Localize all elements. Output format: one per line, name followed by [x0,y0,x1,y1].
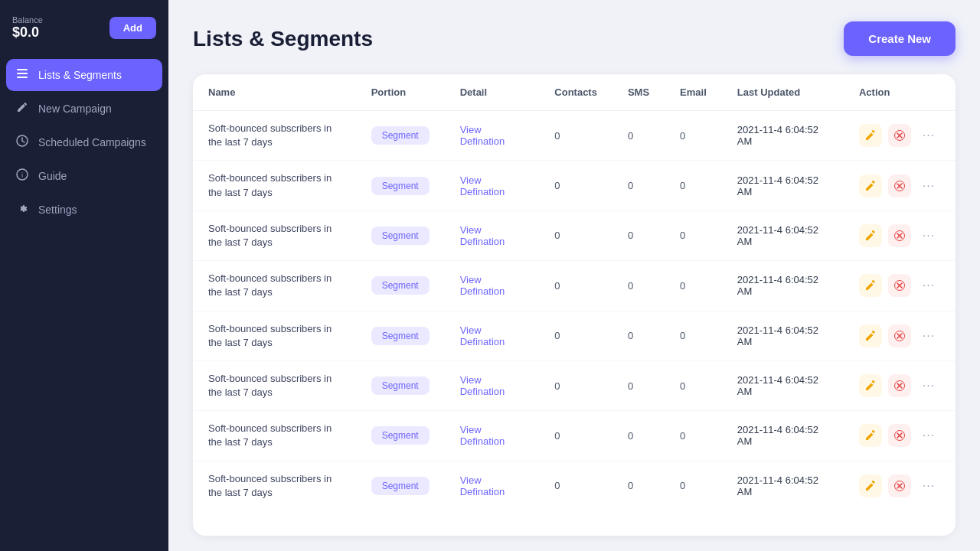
table-row: Soft-bounced subscribers in the last 7 d… [193,111,956,161]
action-cell: ··· [859,174,940,197]
row-name: Soft-bounced subscribers in the last 7 d… [208,472,341,500]
edit-button[interactable] [859,324,882,347]
segment-badge: Segment [371,276,430,295]
view-definition-link[interactable]: View Defination [460,174,505,197]
scheduled-campaigns-icon [15,135,29,150]
row-name: Soft-bounced subscribers in the last 7 d… [208,122,341,149]
action-cell: ··· [859,474,940,497]
contacts-cell: 0 [539,360,612,410]
segment-badge: Segment [371,177,430,195]
email-cell: 0 [665,261,722,311]
sidebar-item-scheduled-campaigns[interactable]: Scheduled Campaigns [6,126,162,158]
col-header-detail: Detail [445,74,540,111]
sidebar-item-settings[interactable]: Settings [6,194,162,226]
action-cell: ··· [859,274,940,297]
more-button[interactable]: ··· [917,124,940,147]
svg-rect-2 [17,77,28,78]
view-definition-link[interactable]: View Defination [460,474,505,497]
col-header-last-updated: Last Updated [722,74,844,111]
contacts-cell: 0 [539,210,612,260]
email-cell: 0 [665,461,722,510]
edit-button[interactable] [859,374,882,397]
edit-button[interactable] [859,474,882,497]
contacts-cell: 0 [539,161,612,210]
contacts-cell: 0 [539,261,612,311]
view-definition-link[interactable]: View Defination [460,124,505,147]
row-name: Soft-bounced subscribers in the last 7 d… [208,422,341,449]
last-updated-cell: 2021-11-4 6:04:52 AM [722,161,844,210]
lists-segments-icon [15,67,29,83]
segment-badge: Segment [371,327,430,345]
sms-cell: 0 [612,311,665,360]
balance-section: Balance $0.0 Add [0,15,168,53]
action-cell: ··· [859,374,940,397]
table-row: Soft-bounced subscribers in the last 7 d… [193,210,956,260]
sidebar-item-label: Settings [38,204,77,216]
view-definition-link[interactable]: View Defination [460,274,505,297]
sms-cell: 0 [612,461,665,510]
edit-button[interactable] [859,224,882,247]
table-row: Soft-bounced subscribers in the last 7 d… [193,360,956,410]
col-header-email: Email [665,74,722,111]
svg-rect-0 [17,69,28,70]
more-button[interactable]: ··· [917,224,940,247]
email-cell: 0 [665,411,722,461]
delete-button[interactable] [888,224,911,247]
col-header-action: Action [844,74,956,111]
table-row: Soft-bounced subscribers in the last 7 d… [193,311,956,360]
segment-badge: Segment [371,227,430,245]
sidebar-nav: Lists & Segments New Campaign Scheduled … [0,53,168,232]
sidebar-item-label: Lists & Segments [38,69,122,81]
view-definition-link[interactable]: View Defination [460,374,505,397]
view-definition-link[interactable]: View Defination [460,324,505,347]
row-name: Soft-bounced subscribers in the last 7 d… [208,322,341,350]
email-cell: 0 [665,360,722,410]
contacts-cell: 0 [539,311,612,360]
action-cell: ··· [859,124,940,147]
more-button[interactable]: ··· [917,274,940,297]
more-button[interactable]: ··· [917,474,940,497]
edit-button[interactable] [859,124,882,147]
view-definition-link[interactable]: View Defination [460,224,505,247]
new-campaign-icon [15,101,29,116]
view-definition-link[interactable]: View Defination [460,424,505,447]
delete-button[interactable] [888,424,911,447]
contacts-cell: 0 [539,461,612,510]
email-cell: 0 [665,210,722,260]
edit-button[interactable] [859,174,882,197]
segment-badge: Segment [371,126,430,145]
delete-button[interactable] [888,124,911,147]
main-header: Lists & Segments Create New [193,21,956,56]
more-button[interactable]: ··· [917,424,940,447]
more-button[interactable]: ··· [917,174,940,197]
delete-button[interactable] [888,274,911,297]
last-updated-cell: 2021-11-4 6:04:52 AM [722,261,844,311]
action-cell: ··· [859,224,940,247]
delete-button[interactable] [888,174,911,197]
sms-cell: 0 [612,111,665,161]
add-button[interactable]: Add [109,17,156,39]
edit-button[interactable] [859,424,882,447]
email-cell: 0 [665,161,722,210]
action-cell: ··· [859,424,940,447]
sidebar-item-lists-segments[interactable]: Lists & Segments [6,59,162,91]
balance-info: Balance $0.0 [12,15,43,41]
page-title: Lists & Segments [193,27,373,51]
sidebar-item-label: New Campaign [38,103,112,115]
sms-cell: 0 [612,161,665,210]
segment-badge: Segment [371,426,430,445]
col-header-contacts: Contacts [539,74,612,111]
more-button[interactable]: ··· [917,324,940,347]
sidebar-item-guide[interactable]: i Guide [6,160,162,192]
table-row: Soft-bounced subscribers in the last 7 d… [193,461,956,510]
edit-button[interactable] [859,274,882,297]
delete-button[interactable] [888,374,911,397]
delete-button[interactable] [888,474,911,497]
sidebar: Balance $0.0 Add Lists & Segments New Ca… [0,0,168,551]
sidebar-item-new-campaign[interactable]: New Campaign [6,93,162,125]
create-new-button[interactable]: Create New [844,21,956,56]
more-button[interactable]: ··· [917,374,940,397]
balance-label: Balance [12,15,43,24]
delete-button[interactable] [888,324,911,347]
sms-cell: 0 [612,360,665,410]
